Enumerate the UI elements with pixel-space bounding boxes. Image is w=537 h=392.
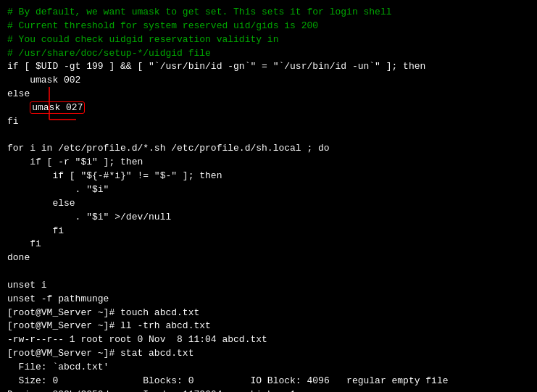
line-14: else: [7, 197, 530, 211]
line-2: # Current threshold for system reserved …: [7, 20, 530, 33]
line-25: File: `abcd.txt': [7, 361, 530, 375]
terminal: # By default, we want umask to get set. …: [7, 6, 530, 386]
line-23: -rw-r--r-- 1 root root 0 Nov 8 11:04 abc…: [7, 333, 530, 347]
line-18: done: [7, 251, 530, 265]
line-blank2: [7, 265, 530, 279]
line-21: [root@VM_Server ~]# touch abcd.txt: [7, 306, 530, 320]
line-8: umask 027: [7, 101, 530, 115]
line-27: Device: 802h/2050d Inode: 1179664 Links:…: [7, 388, 530, 392]
line-7: else: [7, 88, 530, 101]
line-22: [root@VM_Server ~]# ll -trh abcd.txt: [7, 320, 530, 333]
line-3: # You could check uidgid reservation val…: [7, 33, 530, 47]
line-20: unset -f pathmunge: [7, 293, 530, 306]
highlighted-umask: umask 027: [30, 101, 85, 114]
line-15: . "$i" >/dev/null: [7, 211, 530, 225]
line-5: if [ $UID -gt 199 ] && [ "`/usr/bin/id -…: [7, 60, 530, 74]
line-1: # By default, we want umask to get set. …: [7, 6, 530, 20]
line-blank1: [7, 129, 530, 143]
line-10: for i in /etc/profile.d/*.sh /etc/profil…: [7, 142, 530, 156]
line-16: fi: [7, 225, 530, 238]
line-12: if [ "${-#*i}" != "$-" ]; then: [7, 170, 530, 183]
line-24: [root@VM_Server ~]# stat abcd.txt: [7, 347, 530, 361]
line-6: umask 002: [7, 74, 530, 88]
line-26: Size: 0 Blocks: 0 IO Block: 4096 regular…: [7, 375, 530, 388]
line-19: unset i: [7, 279, 530, 293]
line-4: # /usr/share/doc/setup-*/uidgid file: [7, 47, 530, 61]
line-9: fi: [7, 115, 530, 129]
line-13: . "$i": [7, 183, 530, 197]
line-17: fi: [7, 238, 530, 251]
line-11: if [ -r "$i" ]; then: [7, 156, 530, 170]
